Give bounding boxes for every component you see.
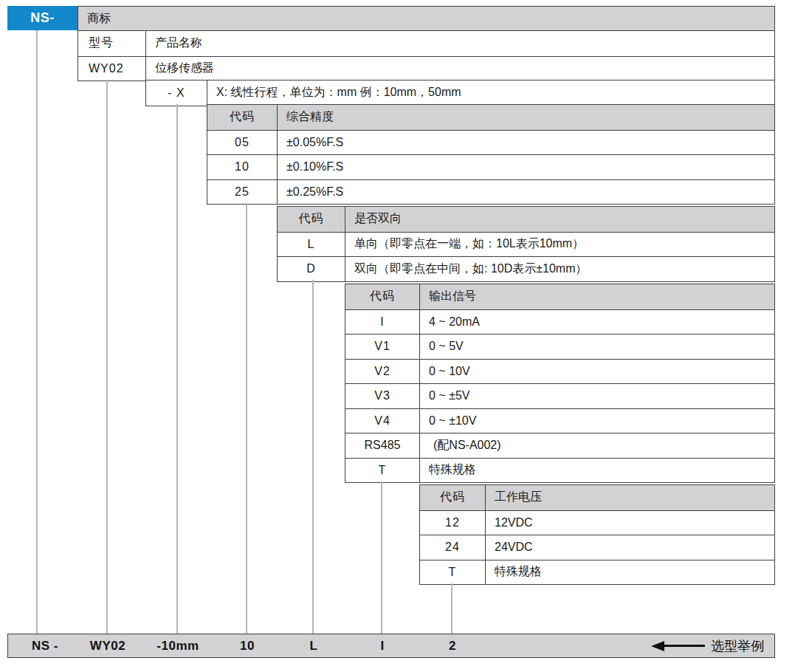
accuracy-table: 代码 综合精度 05 ±0.05%F.S 10 ±0.10%F.S 25 ±0.… <box>207 104 775 205</box>
accuracy-header-desc: 综合精度 <box>278 105 774 130</box>
ordering-example-bar: NS - WY02 -10mm 10 L I 2 选型举例 <box>7 634 775 658</box>
model-header-col2: 产品名称 <box>146 31 774 56</box>
example-code-direction: L <box>310 639 318 654</box>
accuracy-row-code: 25 <box>207 179 278 205</box>
voltage-row-desc: 24VDC <box>486 535 774 560</box>
trademark-label: 商标 <box>78 7 774 32</box>
left-arrow-icon <box>651 641 664 651</box>
voltage-row-desc: 12VDC <box>486 510 774 535</box>
accuracy-row-desc: ±0.25%F.S <box>278 179 774 205</box>
example-code-output: I <box>380 639 384 654</box>
output-row-desc: 4 ~ 20mA <box>420 309 774 335</box>
example-code-voltage: 2 <box>449 639 456 654</box>
output-row-desc: 0 ~ 5V <box>420 334 774 359</box>
output-row-code: V3 <box>345 383 420 408</box>
arrow-shaft <box>664 645 705 647</box>
accuracy-row-desc: ±0.05%F.S <box>278 130 774 155</box>
accuracy-row-code: 10 <box>207 154 278 179</box>
example-code-model: WY02 <box>90 639 125 654</box>
voltage-row-desc: 特殊规格 <box>486 560 774 585</box>
accuracy-row-code: 05 <box>207 130 278 155</box>
model-row-code: WY02 <box>78 56 146 81</box>
output-row-code: I <box>345 309 420 335</box>
voltage-row-code: T <box>420 560 486 585</box>
stroke-code: - X <box>146 80 207 106</box>
stroke-desc: X: 线性行程，单位为：mm 例：10mm，50mm <box>207 80 774 106</box>
model-table: 型号 产品名称 WY02 位移传感器 <box>78 30 775 81</box>
connector-line <box>312 280 314 634</box>
example-code-prefix: NS - <box>32 639 58 654</box>
connector-line <box>106 80 108 634</box>
voltage-header-code: 代码 <box>420 485 486 510</box>
output-row-code: T <box>345 458 420 483</box>
voltage-row-code: 12 <box>420 510 486 535</box>
voltage-row-code: 24 <box>420 535 486 560</box>
trademark-row: 商标 <box>78 6 775 32</box>
connector-line <box>246 203 247 634</box>
brand-prefix-box: NS- <box>7 6 78 30</box>
output-row-code: V1 <box>345 334 420 359</box>
output-row-desc: (配NS-A002) <box>420 433 774 458</box>
output-header-desc: 输出信号 <box>420 284 774 309</box>
voltage-header-desc: 工作电压 <box>486 485 774 510</box>
example-code-stroke: -10mm <box>156 639 199 654</box>
direction-table: 代码 是否双向 L 单向（即零点在一端，如：10L表示10mm） D 双向（即零… <box>277 206 775 282</box>
connector-line <box>451 583 452 634</box>
direction-header-code: 代码 <box>278 207 345 232</box>
direction-row-code: D <box>278 256 345 281</box>
output-signal-table: 代码 输出信号 I 4 ~ 20mA V1 0 ~ 5V V2 0 ~ 10V … <box>345 284 775 483</box>
output-row-code: V2 <box>345 359 420 384</box>
example-code-accuracy: 10 <box>240 639 255 654</box>
connector-line <box>381 481 382 634</box>
output-header-code: 代码 <box>345 284 420 309</box>
voltage-table: 代码 工作电压 12 12VDC 24 24VDC T 特殊规格 <box>419 484 775 585</box>
example-note: 选型举例 <box>651 637 764 655</box>
direction-row-desc: 单向（即零点在一端，如：10L表示10mm） <box>345 232 774 257</box>
stroke-row: - X X: 线性行程，单位为：mm 例：10mm，50mm <box>145 80 775 106</box>
accuracy-row-desc: ±0.10%F.S <box>278 154 774 179</box>
model-code-diagram: NS- 商标 型号 产品名称 WY02 位移传感器 - X X: 线性行程，单位… <box>0 0 795 672</box>
connector-line <box>36 30 38 634</box>
output-row-desc: 0 ~ 10V <box>420 359 774 384</box>
output-row-code: V4 <box>345 408 420 433</box>
model-row-desc: 位移传感器 <box>146 56 774 81</box>
direction-header-desc: 是否双向 <box>345 207 774 232</box>
model-header-col1: 型号 <box>78 31 146 56</box>
output-row-desc: 0 ~ ±5V <box>420 383 774 408</box>
output-row-desc: 特殊规格 <box>420 458 774 483</box>
direction-row-desc: 双向（即零点在中间，如: 10D表示±10mm） <box>345 256 774 281</box>
example-label: 选型举例 <box>711 637 764 655</box>
accuracy-header-code: 代码 <box>207 105 278 130</box>
direction-row-code: L <box>278 232 345 257</box>
connector-line <box>176 104 178 634</box>
output-row-code: RS485 <box>345 433 420 458</box>
output-row-desc: 0 ~ ±10V <box>420 408 774 433</box>
